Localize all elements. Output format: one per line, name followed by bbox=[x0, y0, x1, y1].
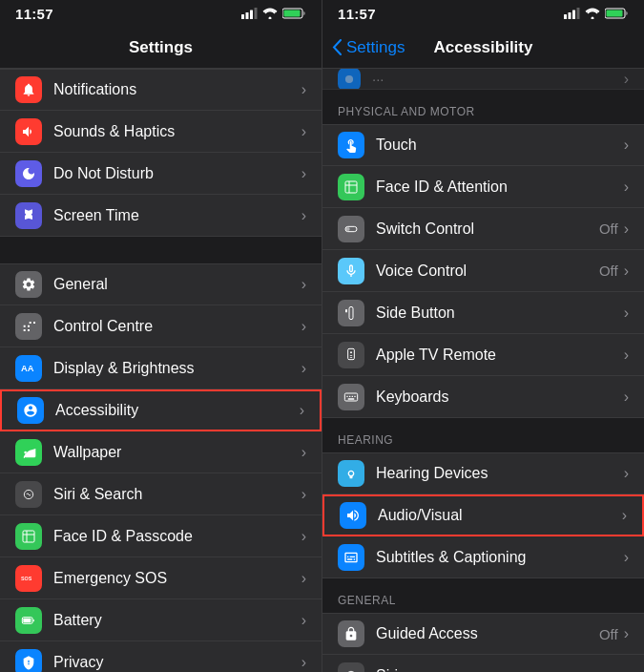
right-item-guidedaccess[interactable]: Guided Access Off › bbox=[322, 613, 644, 655]
settings-item-accessibility[interactable]: Accessibility › bbox=[0, 389, 322, 431]
switchcontrol-label: Switch Control bbox=[376, 220, 599, 238]
svg-rect-23 bbox=[345, 309, 347, 312]
screentime-chevron: › bbox=[301, 207, 306, 224]
appletv-icon bbox=[338, 342, 364, 368]
sounds-chevron: › bbox=[301, 123, 306, 140]
faceid-left-icon bbox=[15, 523, 42, 550]
keyboards-label: Keyboards bbox=[376, 388, 624, 406]
svg-rect-32 bbox=[354, 395, 355, 396]
switchcontrol-chevron: › bbox=[624, 220, 629, 238]
right-nav-header: Settings Accessibility bbox=[322, 27, 644, 69]
main-group: General › Control Centre › AA Display & … bbox=[0, 263, 322, 672]
donotdisturb-chevron: › bbox=[301, 165, 306, 182]
keyboards-chevron: › bbox=[624, 388, 629, 406]
right-item-voicecontrol[interactable]: Voice Control Off › bbox=[322, 250, 644, 292]
right-general-section-header: GENERAL bbox=[322, 578, 644, 613]
settings-item-sounds[interactable]: Sounds & Haptics › bbox=[0, 111, 322, 153]
accessibility-icon bbox=[17, 397, 44, 424]
svg-rect-0 bbox=[241, 14, 244, 19]
right-item-hearingdevices[interactable]: Hearing Devices › bbox=[322, 452, 644, 494]
settings-item-privacy[interactable]: Privacy › bbox=[0, 641, 322, 672]
voicecontrol-value: Off bbox=[599, 262, 618, 279]
switchcontrol-icon bbox=[338, 216, 364, 242]
right-item-subtitles[interactable]: Subtitles & Captioning › bbox=[322, 536, 644, 578]
touch-label: Touch bbox=[376, 136, 624, 154]
settings-item-controlcentre[interactable]: Control Centre › bbox=[0, 305, 322, 347]
right-scroll-area[interactable]: ··· › PHYSICAL AND MOTOR Touch › Face ID… bbox=[322, 69, 644, 672]
donotdisturb-label: Do Not Disturb bbox=[53, 165, 301, 182]
physical-section-header: PHYSICAL AND MOTOR bbox=[322, 90, 644, 124]
faceid-left-label: Face ID & Passcode bbox=[53, 528, 301, 545]
hearing-group: Hearing Devices › Audio/Visual › Subtitl… bbox=[322, 452, 644, 578]
partial-scroll-item[interactable]: ··· › bbox=[322, 69, 644, 90]
right-signal-icon bbox=[564, 8, 580, 19]
settings-item-battery[interactable]: Battery › bbox=[0, 599, 322, 641]
donotdisturb-icon bbox=[15, 160, 42, 187]
battery-left-icon bbox=[15, 607, 42, 634]
right-item-keyboards[interactable]: Keyboards › bbox=[322, 376, 644, 418]
right-item-switchcontrol[interactable]: Switch Control Off › bbox=[322, 208, 644, 250]
settings-item-general[interactable]: General › bbox=[0, 263, 322, 305]
physical-group: Touch › Face ID & Attention › Switch Con… bbox=[322, 124, 644, 418]
svg-rect-17 bbox=[577, 8, 580, 19]
notifications-label: Notifications bbox=[53, 81, 301, 98]
left-nav-header: Settings bbox=[0, 27, 322, 69]
right-item-appletv[interactable]: Apple TV Remote › bbox=[322, 334, 644, 376]
sos-label: Emergency SOS bbox=[53, 570, 301, 587]
right-status-icons bbox=[564, 8, 629, 19]
right-item-touch[interactable]: Touch › bbox=[322, 124, 644, 166]
back-chevron-icon bbox=[332, 39, 342, 55]
accessibility-chevron: › bbox=[300, 402, 304, 419]
guidedaccess-icon bbox=[338, 620, 364, 647]
svg-rect-33 bbox=[348, 398, 355, 399]
right-status-bar: 11:57 bbox=[322, 0, 644, 27]
right-item-faceidattn[interactable]: Face ID & Attention › bbox=[322, 166, 644, 208]
voicecontrol-chevron: › bbox=[624, 262, 629, 280]
accessibility-label: Accessibility bbox=[55, 402, 300, 419]
notifications-icon bbox=[15, 76, 42, 103]
siri2-icon bbox=[338, 662, 364, 673]
audiovisual-icon bbox=[340, 502, 366, 529]
signal-icon bbox=[241, 8, 258, 19]
settings-item-notifications[interactable]: Notifications › bbox=[0, 69, 322, 111]
settings-item-screentime[interactable]: Screen Time › bbox=[0, 195, 322, 237]
general-label: General bbox=[53, 276, 301, 293]
sos-chevron: › bbox=[301, 570, 306, 587]
svg-text:SOS: SOS bbox=[21, 576, 32, 581]
left-time: 11:57 bbox=[15, 6, 53, 22]
faceid-attn-chevron: › bbox=[624, 178, 629, 196]
settings-item-faceid[interactable]: Face ID & Passcode › bbox=[0, 515, 322, 557]
settings-item-sos[interactable]: SOS Emergency SOS › bbox=[0, 557, 322, 599]
right-item-sidebutton[interactable]: Side Button › bbox=[322, 292, 644, 334]
left-gap-1 bbox=[0, 237, 322, 263]
display-icon: AA bbox=[15, 355, 42, 382]
sidebutton-chevron: › bbox=[624, 304, 629, 322]
battery-left-chevron: › bbox=[301, 612, 306, 629]
settings-item-donotdisturb[interactable]: Do Not Disturb › bbox=[0, 153, 322, 195]
partial-label: ··· bbox=[372, 71, 624, 87]
privacy-chevron: › bbox=[301, 654, 306, 671]
touch-icon bbox=[338, 132, 364, 158]
back-button[interactable]: Settings bbox=[332, 38, 405, 57]
siri2-label: Siri bbox=[376, 667, 624, 673]
touch-chevron: › bbox=[624, 136, 629, 154]
wifi-icon bbox=[262, 8, 278, 19]
right-time: 11:57 bbox=[338, 6, 376, 22]
subtitles-label: Subtitles & Captioning bbox=[376, 549, 624, 566]
right-item-siri2[interactable]: Siri › bbox=[322, 655, 644, 672]
settings-item-display[interactable]: AA Display & Brightness › bbox=[0, 347, 322, 389]
svg-rect-2 bbox=[250, 10, 253, 20]
appletv-chevron: › bbox=[624, 346, 629, 364]
settings-item-siri[interactable]: Siri & Search › bbox=[0, 473, 322, 515]
left-status-icons bbox=[241, 8, 306, 19]
right-nav-title: Accessibility bbox=[434, 38, 533, 57]
svg-rect-5 bbox=[284, 10, 301, 17]
svg-rect-30 bbox=[349, 395, 350, 396]
svg-point-25 bbox=[350, 351, 352, 353]
settings-item-wallpaper[interactable]: Wallpaper › bbox=[0, 431, 322, 473]
notifications-chevron: › bbox=[301, 81, 306, 98]
right-item-audiovisual[interactable]: Audio/Visual › bbox=[322, 494, 644, 536]
left-scroll-area[interactable]: Notifications › Sounds & Haptics › Do No… bbox=[0, 69, 322, 672]
right-wifi-icon bbox=[585, 8, 600, 19]
display-label: Display & Brightness bbox=[53, 360, 301, 377]
